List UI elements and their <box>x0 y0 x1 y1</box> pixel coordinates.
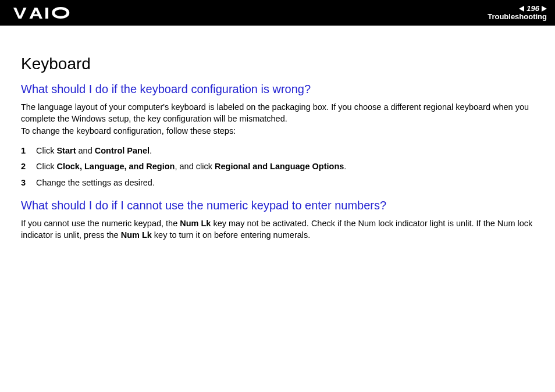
step-2: 2 Click Clock, Language, and Region, and… <box>21 159 534 175</box>
page-title: Keyboard <box>21 55 534 73</box>
step-1: 1 Click Start and Control Panel. <box>21 143 534 159</box>
question-1-intro: The language layout of your computer's k… <box>21 102 534 137</box>
q2-para: If you cannot use the numeric keypad, th… <box>21 218 534 241</box>
header-right: 196 Troubleshooting <box>488 5 547 22</box>
svg-rect-0 <box>45 8 48 19</box>
steps-list: 1 Click Start and Control Panel. 2 Click… <box>21 143 534 191</box>
next-page-icon[interactable] <box>542 6 547 12</box>
vaio-logo <box>10 7 74 19</box>
prev-page-icon[interactable] <box>519 6 524 12</box>
page-nav: 196 <box>488 5 547 13</box>
q1-para1: The language layout of your computer's k… <box>21 102 534 124</box>
section-label: Troubleshooting <box>488 13 547 21</box>
page-number: 196 <box>526 5 539 13</box>
q1-para2: To change the keyboard configuration, fo… <box>21 126 534 137</box>
question-2: What should I do if I cannot use the num… <box>21 199 534 241</box>
content: Keyboard What should I do if the keyboar… <box>0 26 555 241</box>
question-1-heading: What should I do if the keyboard configu… <box>21 83 534 96</box>
header-bar: 196 Troubleshooting <box>0 0 555 26</box>
question-2-heading: What should I do if I cannot use the num… <box>21 199 534 212</box>
step-3: 3 Change the settings as desired. <box>21 175 534 191</box>
